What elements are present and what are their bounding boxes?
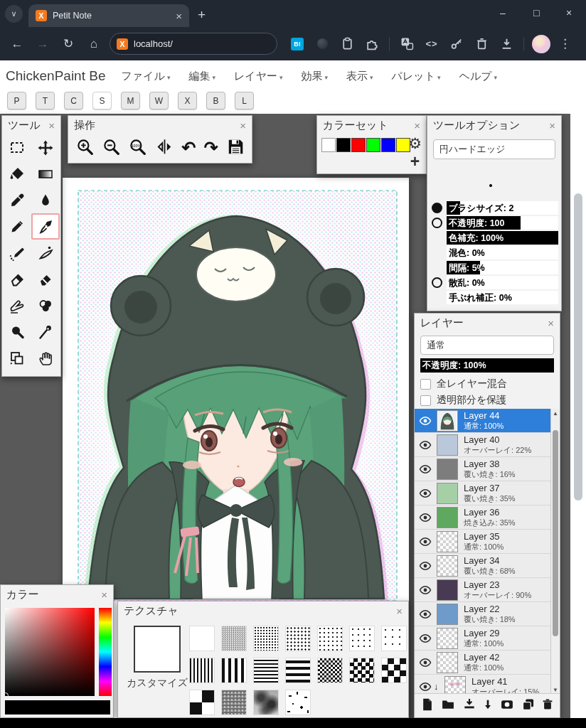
tool-fill[interactable] (3, 161, 31, 187)
browser-scrollbar[interactable] (574, 193, 582, 500)
layer-opacity-slider[interactable]: 不透明度: 100% (420, 358, 554, 373)
bookmark-extension-icon[interactable]: B! (287, 34, 307, 54)
slider-smoothing[interactable]: 手ぶれ補正: 0% (432, 291, 558, 304)
tool-water[interactable] (31, 187, 60, 213)
eye-icon[interactable] (417, 511, 434, 524)
eye-icon[interactable] (417, 584, 434, 596)
texture-blank[interactable] (189, 626, 215, 651)
tool-blur[interactable] (3, 318, 31, 345)
lock-alpha-checkbox[interactable]: 透明部分を保護 (420, 394, 506, 407)
tab-search-chevron-icon[interactable]: ∨ (5, 5, 23, 23)
close-icon[interactable]: × (549, 119, 555, 132)
layer-row-36[interactable]: Layer 36焼き込み: 35% (415, 505, 550, 530)
eye-icon[interactable] (417, 656, 434, 669)
tool-watercolor[interactable] (31, 240, 60, 266)
texture-checker-large[interactable] (381, 658, 407, 683)
layer-row-34[interactable]: Layer 34覆い焼き: 68% (415, 554, 550, 578)
blend-mode-select[interactable]: 通常 (420, 336, 554, 355)
eye-icon[interactable] (417, 680, 434, 693)
window-close-button[interactable]: × (566, 7, 572, 18)
delete-layer-icon[interactable] (541, 697, 554, 714)
texture-checker-block[interactable] (189, 690, 215, 715)
zoom-in-icon[interactable] (75, 137, 94, 159)
tab-close-icon[interactable]: × (176, 10, 182, 22)
new-folder-icon[interactable] (440, 697, 456, 714)
eye-icon[interactable] (417, 463, 434, 476)
swatch-red[interactable] (351, 138, 366, 152)
eye-icon[interactable] (417, 560, 434, 572)
save-icon[interactable] (226, 137, 245, 159)
swatch-blue[interactable] (381, 138, 395, 152)
checkbox-icon[interactable] (420, 379, 431, 390)
extensions-puzzle-icon[interactable] (362, 34, 382, 54)
menu-edit[interactable]: 編集▾ (188, 70, 215, 83)
brush-preset-select[interactable]: 円ハードエッジ (433, 139, 555, 159)
reload-button[interactable]: ↻ (55, 36, 81, 51)
key-button-c[interactable]: C (64, 92, 83, 109)
close-icon[interactable]: × (101, 589, 107, 601)
layer-row-22[interactable]: Layer 22覆い焼き: 18% (415, 602, 550, 626)
picker-cursor[interactable] (2, 692, 9, 699)
key-button-s[interactable]: S (92, 92, 112, 109)
texture-dots-large[interactable] (317, 626, 343, 651)
customize-button[interactable]: カスタマイズ (125, 677, 189, 690)
close-icon[interactable]: × (414, 119, 420, 132)
profile-avatar[interactable] (531, 34, 551, 54)
tool-blend[interactable] (31, 292, 60, 318)
layer-mask-icon[interactable] (499, 697, 515, 714)
eye-icon[interactable] (417, 608, 434, 621)
eye-icon[interactable] (417, 487, 434, 500)
tool-rect-select[interactable] (3, 134, 31, 161)
key-button-t[interactable]: T (36, 92, 55, 109)
new-tab-button[interactable]: + (198, 7, 206, 23)
layer-row-35[interactable]: Layer 35通常: 100% (415, 530, 550, 554)
layer-row-44[interactable]: Layer 44通常: 100% (415, 409, 550, 433)
layer-row-38[interactable]: Layer 38覆い焼き: 16% (415, 457, 550, 481)
gear-icon[interactable]: ⚙ (408, 136, 422, 151)
texture-v-stripes-thick[interactable] (221, 658, 247, 683)
eye-icon[interactable] (417, 535, 434, 548)
browser-menu-icon[interactable]: ⋮ (559, 36, 571, 51)
undo-icon[interactable]: ↶ (181, 139, 196, 156)
texture-clouds[interactable] (253, 690, 279, 715)
eye-icon[interactable] (417, 439, 434, 451)
texture-noise[interactable] (221, 690, 247, 715)
texture-dots-sparsest[interactable] (381, 626, 407, 651)
code-icon[interactable]: <> (422, 34, 442, 54)
window-maximize-button[interactable]: □ (533, 7, 539, 18)
menu-effect[interactable]: 効果▾ (302, 70, 329, 83)
checkbox-icon[interactable] (420, 395, 431, 406)
scrollbar-thumb[interactable] (553, 430, 558, 636)
saturation-value-picker[interactable] (5, 608, 95, 696)
layer-row-37[interactable]: Layer 37覆い焼き: 35% (415, 481, 550, 505)
gesture-extension-icon[interactable] (312, 34, 332, 54)
tool-transform[interactable] (3, 345, 31, 371)
key-button-b[interactable]: B (206, 92, 225, 109)
eye-icon[interactable] (417, 632, 434, 645)
slider-spacing[interactable]: 間隔: 5% (432, 261, 558, 274)
layer-row-29[interactable]: Layer 29通常: 100% (415, 626, 550, 651)
menu-file[interactable]: ファイル▾ (121, 70, 170, 83)
swatch-green[interactable] (366, 138, 380, 152)
zoom-100-icon[interactable]: 100% (128, 137, 146, 159)
texture-checker-medium[interactable] (349, 658, 375, 683)
slider-opacity[interactable]: 不透明度: 100 (432, 216, 558, 230)
pressure-toggle-icon[interactable] (432, 277, 442, 288)
swatch-black[interactable] (336, 138, 351, 152)
tool-smudge[interactable] (3, 292, 31, 318)
eye-icon[interactable] (417, 414, 434, 427)
texture-h-stripes-thick[interactable] (285, 658, 311, 683)
pressure-toggle-icon[interactable] (432, 203, 442, 213)
tool-eraser[interactable] (3, 266, 31, 292)
trash-toolbar-icon[interactable] (472, 34, 491, 54)
menu-help[interactable]: ヘルプ▾ (459, 70, 498, 83)
swatch-white[interactable] (321, 138, 336, 152)
tool-eyedropper[interactable] (3, 187, 31, 213)
layer-row-40[interactable]: Layer 40オーバーレイ: 22% (415, 433, 550, 457)
scroll-up-icon[interactable]: ▲ (551, 410, 560, 417)
pressure-toggle-icon[interactable] (432, 218, 442, 228)
close-icon[interactable]: × (48, 119, 55, 132)
key-button-x[interactable]: X (178, 92, 197, 109)
close-icon[interactable]: × (396, 605, 403, 617)
key-button-l[interactable]: L (235, 92, 254, 109)
